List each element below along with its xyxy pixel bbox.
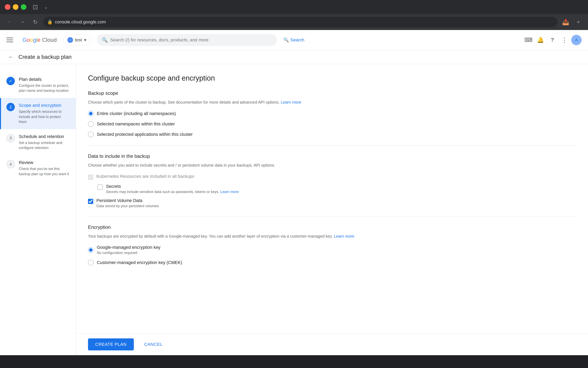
radio-selected-namespaces-label: Selected namespaces within this cluster [97, 121, 175, 127]
project-selector[interactable]: ⬡ test ▾ [63, 34, 91, 46]
radio-entire-cluster[interactable]: Entire cluster (including all namespaces… [88, 111, 576, 116]
checkbox-k8s-content: Kubernetes Resources are included in all… [96, 174, 576, 179]
refresh-button[interactable]: ↻ [30, 17, 40, 27]
checkbox-secrets: Secrets Secrets may include sensitive da… [98, 184, 576, 194]
secrets-learn-more[interactable]: Learn more [220, 190, 239, 194]
radio-google-managed-content: Google-managed encryption key No configu… [97, 245, 160, 255]
search-button[interactable]: 🔍 Search [283, 37, 304, 43]
step-4[interactable]: 4 Review Check that you've set this back… [0, 155, 76, 181]
step-1-title: Plan details [19, 77, 69, 82]
radio-selected-apps-input[interactable] [88, 132, 94, 137]
checkbox-secrets-content: Secrets Secrets may include sensitive da… [106, 184, 576, 194]
search-bar[interactable]: 🔍 [97, 34, 277, 46]
checkbox-pv: Persistent Volume Data Data stored by yo… [88, 198, 576, 208]
checkbox-pv-subdesc: Data stored by your persistent volumes [96, 204, 576, 208]
checkbox-k8s-input [88, 175, 93, 180]
cloud-text: Cloud [42, 37, 57, 43]
back-arrow-icon: ← [8, 54, 14, 60]
help-button[interactable]: ? [547, 35, 558, 45]
radio-selected-apps[interactable]: Selected protected applications within t… [88, 132, 576, 137]
radio-selected-namespaces[interactable]: Selected namespaces within this cluster [88, 121, 576, 127]
radio-customer-managed-content: Customer-managed encryption key (CMEK) [97, 260, 182, 265]
project-name: test [75, 37, 82, 43]
avatar[interactable]: A [571, 35, 582, 45]
radio-customer-managed-label: Customer-managed encryption key (CMEK) [97, 260, 182, 265]
step-3-desc: Set a backup schedule and configure rete… [19, 140, 69, 150]
main-column: Configure backup scope and encryption Ba… [76, 64, 588, 355]
step-2-content: Scope and encryption Specify which resou… [19, 103, 69, 124]
back-page-button[interactable]: ← [6, 53, 15, 61]
step-4-desc: Check that you've set this backup plan u… [19, 166, 69, 176]
radio-selected-namespaces-input[interactable] [88, 121, 94, 127]
traffic-light-red[interactable] [5, 4, 10, 10]
main-section-title: Configure backup scope and encryption [88, 74, 576, 83]
encryption-learn-more[interactable]: Learn more [334, 234, 354, 239]
encryption-section: Encryption Your backups are encrypted by… [88, 224, 576, 265]
step-4-content: Review Check that you've set this backup… [19, 160, 69, 176]
step-2[interactable]: 2 Scope and encryption Specify which res… [0, 98, 76, 129]
checkbox-pv-input[interactable] [88, 199, 93, 204]
search-input[interactable] [110, 37, 272, 43]
step-1[interactable]: ✓ Plan details Configure the cluster to … [0, 72, 76, 98]
back-button[interactable]: ← [5, 17, 14, 27]
checkbox-secrets-subdesc: Secrets may include sensitive data such … [106, 190, 576, 194]
create-plan-button[interactable]: CREATE PLAN [88, 338, 134, 350]
project-dropdown-icon: ▾ [84, 37, 86, 43]
tab-dropdown-icon[interactable]: ⌄ [44, 4, 48, 10]
checkbox-secrets-input[interactable] [98, 184, 103, 190]
checkbox-secrets-label: Secrets [106, 184, 576, 189]
new-tab-button[interactable]: + [574, 17, 583, 27]
page-title: Create a backup plan [18, 54, 72, 60]
traffic-lights [5, 4, 26, 10]
help-icon: ? [551, 37, 554, 43]
backup-scope-label: Backup scope [88, 90, 576, 96]
encryption-desc: Your backups are encrypted by default wi… [88, 233, 576, 239]
traffic-light-yellow[interactable] [13, 4, 18, 10]
radio-customer-managed-input[interactable] [88, 260, 94, 265]
backup-scope-learn-more[interactable]: Learn more [281, 100, 301, 104]
step-1-content: Plan details Configure the cluster to pr… [19, 77, 69, 93]
top-nav-actions: ⌨ 🔔 ? ⋮ A [523, 35, 582, 45]
cast-button[interactable]: 📥 [561, 17, 570, 27]
radio-google-managed-input[interactable] [88, 247, 94, 253]
radio-customer-managed[interactable]: Customer-managed encryption key (CMEK) [88, 260, 576, 265]
data-include-checkboxes: Kubernetes Resources are included in all… [88, 174, 576, 208]
step-2-circle: 2 [6, 103, 15, 111]
hamburger-line [6, 37, 13, 38]
address-bar[interactable]: 🔒 console.cloud.google.com [43, 17, 558, 27]
terminal-button[interactable]: ⌨ [523, 35, 533, 45]
data-include-section: Data to include in the backup Choose whe… [88, 153, 576, 208]
radio-entire-cluster-input[interactable] [88, 111, 94, 116]
step-3-content: Schedule and retention Set a backup sche… [19, 134, 69, 150]
more-button[interactable]: ⋮ [559, 35, 570, 45]
address-text: console.cloud.google.com [55, 19, 106, 25]
step-3-title: Schedule and retention [19, 134, 69, 139]
data-include-label: Data to include in the backup [88, 153, 576, 159]
notifications-button[interactable]: 🔔 [535, 35, 546, 45]
forward-button[interactable]: → [18, 17, 27, 27]
lock-icon: 🔒 [47, 19, 53, 25]
cancel-button[interactable]: CANCEL [138, 338, 169, 350]
encryption-label: Encryption [88, 224, 576, 230]
radio-google-managed[interactable]: Google-managed encryption key No configu… [88, 245, 576, 255]
page-header: ← Create a backup plan [0, 50, 588, 64]
divider-2 [88, 216, 576, 216]
bell-icon: 🔔 [537, 37, 544, 43]
traffic-light-green[interactable] [21, 4, 26, 10]
google-text: Google [22, 37, 40, 43]
page-content: ✓ Plan details Configure the cluster to … [0, 64, 588, 355]
radio-entire-cluster-label: Entire cluster (including all namespaces… [97, 111, 176, 116]
more-icon: ⋮ [561, 36, 568, 44]
step-1-desc: Configure the cluster to protect, plan n… [19, 83, 69, 93]
step-2-title: Scope and encryption [19, 103, 69, 108]
search-icon: 🔍 [102, 37, 108, 43]
step-3[interactable]: 3 Schedule and retention Set a backup sc… [0, 129, 76, 155]
project-icon: ⬡ [67, 37, 73, 43]
backup-scope-radio-group: Entire cluster (including all namespaces… [88, 111, 576, 137]
checkbox-k8s-label: Kubernetes Resources are included in all… [96, 174, 194, 179]
data-include-desc: Choose whether you want to include secre… [88, 162, 576, 168]
hamburger-menu[interactable] [6, 35, 16, 45]
sidebar-toggle-icon[interactable]: ⊡ [30, 2, 40, 12]
hamburger-line [6, 42, 13, 42]
google-cloud-logo: Google Cloud [22, 37, 57, 43]
